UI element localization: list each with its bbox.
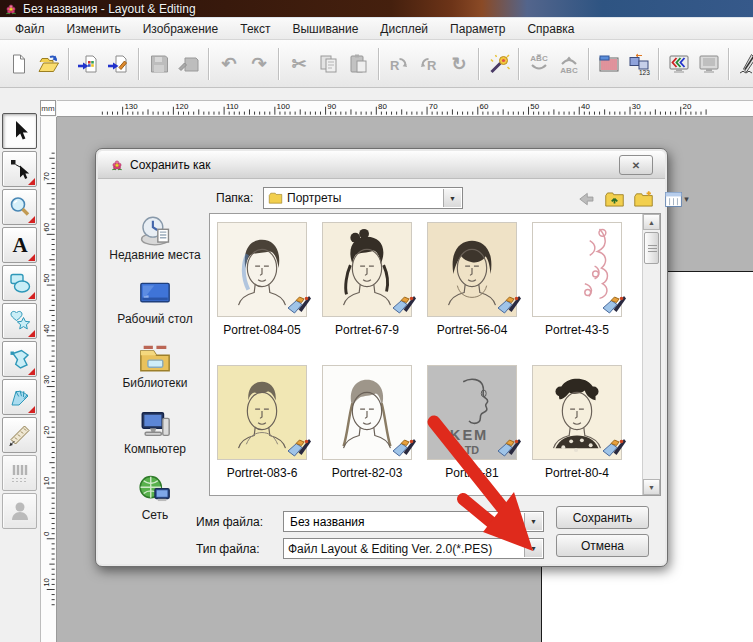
file-item[interactable]: Portret-084-05 bbox=[217, 222, 307, 337]
place-label: Сеть bbox=[104, 509, 206, 522]
cancel-button[interactable]: Отмена bbox=[556, 534, 649, 557]
sew-order-button[interactable]: 123 bbox=[625, 50, 653, 78]
magic-wand-button[interactable] bbox=[485, 50, 513, 78]
save-icon bbox=[147, 52, 171, 76]
menu-item-file[interactable]: Файл bbox=[4, 20, 56, 38]
desktop-icon bbox=[138, 277, 172, 311]
file-thumbnail[interactable] bbox=[217, 222, 307, 317]
toolbar: ↶↷✂RR↻ABCABC123 bbox=[0, 40, 753, 88]
dialog-titlebar: Сохранить как ✕ bbox=[98, 151, 665, 179]
nav-up-folder-button[interactable] bbox=[603, 188, 625, 210]
file-name-input[interactable] bbox=[288, 514, 543, 530]
nav-new-folder-button[interactable] bbox=[632, 188, 654, 210]
import-image-button[interactable] bbox=[105, 50, 133, 78]
tool-text-button[interactable]: A bbox=[2, 227, 37, 263]
file-thumbnail[interactable] bbox=[217, 365, 307, 460]
file-thumbnail[interactable]: KEMLTD bbox=[427, 365, 517, 460]
file-type-dropdown-button[interactable]: ▼ bbox=[524, 540, 542, 557]
tool-portrait-button bbox=[2, 493, 37, 529]
place-recent[interactable]: Недавние места bbox=[104, 213, 206, 262]
ruler-unit-box: mm bbox=[40, 100, 56, 116]
save-as-icon bbox=[177, 52, 201, 76]
place-computer[interactable]: Компьютер bbox=[104, 407, 206, 456]
file-item[interactable]: Portret-67-9 bbox=[322, 222, 412, 337]
menu-item-help[interactable]: Справка bbox=[516, 20, 585, 38]
import-design-button[interactable] bbox=[75, 50, 103, 78]
place-libraries[interactable]: Библиотеки bbox=[104, 341, 206, 390]
save-button[interactable]: Сохранить bbox=[556, 506, 649, 529]
file-item[interactable]: Portret-82-03 bbox=[322, 365, 412, 480]
menu-item-display[interactable]: Дисплей bbox=[369, 20, 439, 38]
file-thumbnail[interactable] bbox=[322, 222, 412, 317]
thread-palette-button[interactable] bbox=[595, 50, 623, 78]
save-as-button bbox=[175, 50, 203, 78]
place-desktop[interactable]: Рабочий стол bbox=[104, 277, 206, 326]
close-button[interactable]: ✕ bbox=[619, 155, 653, 175]
folder-combobox[interactable]: Портреты ▼ bbox=[263, 187, 463, 209]
menu-bar: ФайлИзменитьИзображениеТекстВышиваниеДис… bbox=[0, 18, 753, 40]
menu-item-image[interactable]: Изображение bbox=[132, 20, 230, 38]
menu-item-option[interactable]: Параметр bbox=[439, 20, 516, 38]
tool-zoom-button[interactable] bbox=[2, 189, 37, 225]
window-titlebar: Без названия - Layout & Editing bbox=[0, 0, 753, 18]
thread-palette-icon bbox=[597, 52, 621, 76]
ruler-unit-label: mm bbox=[41, 104, 54, 113]
file-item[interactable]: Portret-80-4 bbox=[532, 365, 622, 480]
tool-fan-stitch-button[interactable] bbox=[2, 379, 37, 415]
toolbar-separator bbox=[658, 48, 660, 80]
tool-select-button[interactable] bbox=[2, 113, 37, 149]
file-item[interactable]: KEMLTDPortret-81 bbox=[427, 365, 517, 480]
scroll-down-button[interactable]: ▼ bbox=[643, 479, 660, 495]
file-thumbnail[interactable] bbox=[532, 222, 622, 317]
paste-button bbox=[345, 50, 373, 78]
file-name-combobox[interactable]: ▼ bbox=[283, 511, 544, 532]
file-name-dropdown-button[interactable]: ▼ bbox=[524, 513, 542, 530]
file-list-scrollbar[interactable]: ▲ ▼ bbox=[642, 214, 660, 495]
toolbar-separator bbox=[728, 48, 730, 80]
svg-text:ABC: ABC bbox=[560, 66, 578, 75]
svg-text:10: 10 bbox=[42, 476, 51, 485]
stitch-simulator-button[interactable] bbox=[735, 50, 753, 78]
redo-icon: ↷ bbox=[251, 55, 266, 73]
file-name-label: Portret-084-05 bbox=[217, 323, 307, 337]
flyout-corner-icon bbox=[28, 330, 35, 337]
tool-outline-shapes-button[interactable] bbox=[2, 303, 37, 339]
svg-text:130: 130 bbox=[124, 102, 138, 111]
select-icon bbox=[8, 119, 32, 143]
tool-point-edit-button[interactable] bbox=[2, 151, 37, 187]
new-file-button[interactable] bbox=[5, 50, 33, 78]
app-window: Без названия - Layout & Editing ФайлИзме… bbox=[0, 0, 753, 642]
open-file-button[interactable] bbox=[35, 50, 63, 78]
file-thumbnail[interactable] bbox=[427, 222, 517, 317]
svg-text:70: 70 bbox=[42, 172, 51, 181]
folder-value: Портреты bbox=[287, 191, 341, 205]
scroll-up-button[interactable]: ▲ bbox=[643, 214, 660, 230]
svg-text:40: 40 bbox=[42, 324, 51, 333]
file-item[interactable]: Portret-43-5 bbox=[532, 222, 622, 337]
place-network[interactable]: Сеть bbox=[104, 473, 206, 522]
tool-manual-punch-button[interactable] bbox=[2, 341, 37, 377]
place-label: Недавние места bbox=[104, 249, 206, 262]
flyout-corner-icon bbox=[28, 368, 35, 375]
rotate-button: ↻ bbox=[445, 50, 473, 78]
folder-dropdown-button[interactable]: ▼ bbox=[443, 189, 461, 207]
file-item[interactable]: Portret-56-04 bbox=[427, 222, 517, 337]
dialog-nav-toolbar: ▾ bbox=[574, 188, 691, 210]
horizontal-ruler: 1301201101009080706050403020 bbox=[57, 100, 753, 117]
nav-view-menu-button[interactable]: ▾ bbox=[661, 188, 691, 210]
file-type-combobox[interactable]: Файл Layout & Editing Ver. 2.0(*.PES) ▼ bbox=[283, 538, 544, 559]
menu-item-edit[interactable]: Изменить bbox=[56, 20, 132, 38]
menu-item-sew[interactable]: Вышивание bbox=[281, 20, 369, 38]
file-thumbnail[interactable] bbox=[322, 365, 412, 460]
place-label: Рабочий стол bbox=[104, 313, 206, 326]
measure-icon bbox=[8, 423, 32, 447]
realistic-view-button[interactable] bbox=[665, 50, 693, 78]
import-design-icon bbox=[77, 52, 101, 76]
menu-item-text[interactable]: Текст bbox=[229, 20, 281, 38]
tool-shapes-button[interactable] bbox=[2, 265, 37, 301]
embroidery-badge-icon bbox=[390, 295, 417, 319]
file-item[interactable]: Portret-083-6 bbox=[217, 365, 307, 480]
tool-measure-button[interactable] bbox=[2, 417, 37, 453]
scrollbar-thumb[interactable] bbox=[644, 232, 659, 264]
file-thumbnail[interactable] bbox=[532, 365, 622, 460]
